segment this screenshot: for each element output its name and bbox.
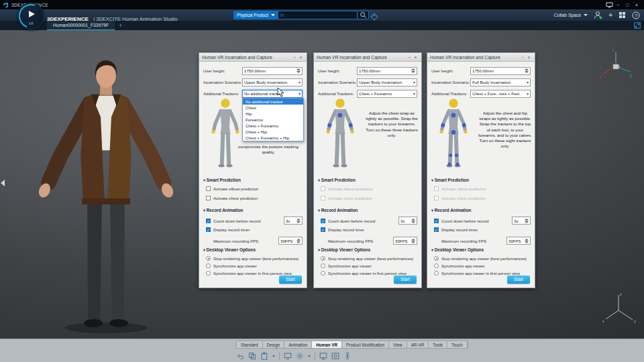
countdown-input[interactable]: 3s bbox=[398, 217, 417, 225]
toolbar-tab-product-modification[interactable]: Product Modification bbox=[342, 341, 389, 348]
fps-row[interactable]: Maximum recording FPS 30FPS bbox=[206, 237, 303, 245]
play-icon[interactable] bbox=[29, 11, 35, 17]
record-animation-section[interactable]: Record Animation bbox=[431, 208, 531, 213]
chest-prediction-row[interactable]: Activate chest prediction bbox=[206, 196, 303, 200]
search-input[interactable] bbox=[278, 11, 358, 19]
sync-first-person-row[interactable]: Synchronize app viewer in first person v… bbox=[206, 271, 303, 276]
chevron-down-icon[interactable] bbox=[308, 355, 311, 357]
dropdown-option[interactable]: Chest + Hip bbox=[243, 129, 303, 135]
checkbox-icon[interactable] bbox=[206, 196, 211, 200]
add-content-button[interactable]: + bbox=[608, 12, 612, 19]
sync-first-person-row[interactable]: Synchronize app viewer in first person v… bbox=[434, 271, 531, 276]
elbow-prediction-row[interactable]: Activate elbow prediction bbox=[206, 186, 303, 191]
display-timer-row[interactable]: Display record timer bbox=[321, 227, 417, 232]
search-button[interactable] bbox=[358, 11, 369, 19]
radio-selected-icon[interactable] bbox=[434, 256, 439, 261]
close-button[interactable]: × bbox=[632, 3, 641, 7]
dropdown-option-selected[interactable]: No additional tracker bbox=[243, 99, 303, 105]
view-compass[interactable]: z x y bbox=[598, 47, 634, 80]
record-animation-section[interactable]: Record Animation bbox=[318, 208, 417, 213]
countdown-input[interactable]: 3s bbox=[512, 217, 531, 225]
panel-header[interactable]: Human VR Incarnation and Capture − × bbox=[427, 53, 535, 62]
display-timer-row[interactable]: Display record timer bbox=[434, 227, 531, 232]
scenario-dropdown[interactable]: Full Body Incarnation bbox=[470, 78, 531, 86]
checkbox-checked-icon[interactable] bbox=[434, 227, 439, 232]
toolbar-tab-ar-vr[interactable]: AR-VR bbox=[407, 341, 429, 348]
toolbar-tab-human-vr[interactable]: Human VR bbox=[312, 341, 342, 348]
checkbox-checked-icon[interactable] bbox=[206, 219, 211, 223]
document-tab[interactable]: Human00000001_F33979F bbox=[47, 21, 115, 30]
stop-rendering-row[interactable]: Stop rendering app viewer (best performa… bbox=[321, 256, 417, 261]
checkbox-checked-icon[interactable] bbox=[321, 227, 325, 232]
viewer-options-section[interactable]: Desktop Viewer Options bbox=[318, 247, 417, 252]
scenario-dropdown[interactable]: Upper Body Incarnation bbox=[357, 78, 417, 86]
stepper-icon[interactable] bbox=[296, 239, 301, 243]
new-tab-button[interactable]: + bbox=[119, 22, 122, 29]
radio-selected-icon[interactable] bbox=[321, 256, 325, 261]
viewer-options-section[interactable]: Desktop Viewer Options bbox=[431, 247, 531, 252]
stepper-icon[interactable] bbox=[411, 68, 415, 73]
3d-viewport[interactable]: z x y z y x Human VR Incarnation and Cap… bbox=[0, 30, 644, 339]
viewer-options-section[interactable]: Desktop Viewer Options bbox=[203, 247, 303, 252]
toolbar-tab-view[interactable]: View bbox=[389, 341, 407, 348]
sync-first-person-row[interactable]: Synchronize app viewer in first person v… bbox=[321, 271, 417, 276]
fps-input[interactable]: 30FPS bbox=[506, 237, 531, 245]
stop-rendering-row[interactable]: Stop rendering app viewer (best performa… bbox=[206, 256, 303, 261]
radio-icon[interactable] bbox=[434, 271, 439, 276]
trackers-dropdown[interactable]: Chest + Fore...lves + Feet bbox=[470, 90, 531, 98]
gear-icon[interactable] bbox=[296, 352, 304, 360]
toolbar-tab-standard[interactable]: Standard bbox=[237, 341, 263, 348]
panel-header[interactable]: Human VR Incarnation and Capture − × bbox=[199, 53, 307, 62]
compass-play-widget[interactable]: V.R bbox=[17, 3, 44, 29]
panel-minimize-button[interactable]: − bbox=[407, 55, 413, 60]
maximize-button[interactable]: □ bbox=[623, 3, 632, 7]
stepper-icon[interactable] bbox=[296, 219, 301, 223]
paste-icon[interactable] bbox=[260, 352, 268, 360]
stepper-icon[interactable] bbox=[524, 239, 529, 243]
stepper-icon[interactable] bbox=[524, 219, 529, 223]
sync-viewer-row[interactable]: Synchronize app viewer bbox=[434, 263, 531, 268]
stepper-icon[interactable] bbox=[296, 68, 301, 73]
toolbar-tab-touch[interactable]: Touch bbox=[447, 341, 468, 348]
checkbox-checked-icon[interactable] bbox=[206, 227, 211, 232]
help-icon[interactable]: ? bbox=[632, 11, 640, 19]
panel-collapse-arrow-icon[interactable] bbox=[1, 180, 5, 186]
expand-viewport-icon[interactable] bbox=[634, 22, 641, 29]
monitor-icon[interactable] bbox=[319, 352, 327, 360]
trackers-dropdown[interactable]: Chest + Forearms bbox=[357, 90, 417, 98]
countdown-row[interactable]: Count down before record 3s bbox=[434, 217, 531, 225]
radio-icon[interactable] bbox=[206, 271, 211, 276]
search-scope-dropdown[interactable]: Physical Product bbox=[233, 11, 278, 19]
radio-icon[interactable] bbox=[206, 263, 211, 268]
screen-icon[interactable] bbox=[284, 352, 292, 360]
stepper-icon[interactable] bbox=[411, 239, 415, 243]
radio-icon[interactable] bbox=[321, 271, 325, 276]
checkbox-checked-icon[interactable] bbox=[434, 219, 439, 223]
smart-prediction-section[interactable]: Smart Prediction bbox=[431, 178, 531, 182]
dropdown-option[interactable]: Chest + Forearms bbox=[243, 123, 303, 129]
fps-input[interactable]: 30FPS bbox=[278, 237, 303, 245]
stepper-icon[interactable] bbox=[411, 219, 415, 223]
trackers-dropdown[interactable]: No additional tracker bbox=[242, 90, 303, 98]
sync-viewer-row[interactable]: Synchronize app viewer bbox=[206, 263, 303, 268]
dropdown-option[interactable]: Chest + Forearms + Hip bbox=[243, 135, 303, 141]
undo-icon[interactable] bbox=[236, 352, 244, 360]
display-timer-row[interactable]: Display record timer bbox=[206, 227, 303, 232]
radio-selected-icon[interactable] bbox=[206, 256, 211, 261]
sync-viewer-row[interactable]: Synchronize app viewer bbox=[321, 263, 417, 268]
start-button[interactable]: Start bbox=[507, 276, 530, 284]
countdown-row[interactable]: Count down before record 3s bbox=[206, 217, 303, 225]
countdown-input[interactable]: 3s bbox=[284, 217, 303, 225]
user-height-input[interactable]: 1750.00mm bbox=[357, 67, 417, 75]
panel-close-button[interactable]: × bbox=[413, 55, 419, 60]
fps-input[interactable]: 30FPS bbox=[393, 237, 417, 245]
record-animation-section[interactable]: Record Animation bbox=[203, 208, 303, 213]
display-icon[interactable] bbox=[606, 2, 613, 8]
stepper-icon[interactable] bbox=[524, 68, 529, 73]
user-icon[interactable] bbox=[594, 11, 602, 19]
toolbar-tab-design[interactable]: Design bbox=[263, 341, 285, 348]
user-height-input[interactable]: 1750.00mm bbox=[242, 67, 303, 75]
dropdown-option[interactable]: Forearms bbox=[243, 117, 303, 123]
radio-icon[interactable] bbox=[321, 263, 325, 268]
fps-row[interactable]: Maximum recording FPS 30FPS bbox=[321, 237, 417, 245]
